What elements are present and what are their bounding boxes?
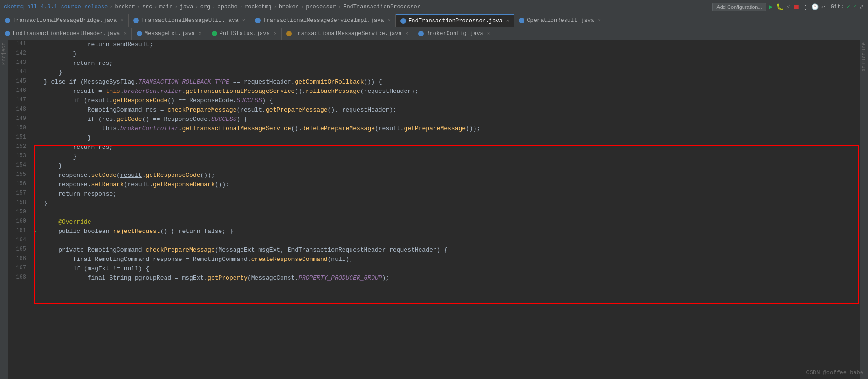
- code-line: return sendResult;: [42, 40, 860, 49]
- tab-close-2[interactable]: ×: [242, 18, 246, 23]
- gutter: ▶: [32, 227, 42, 236]
- tab-label-9: TransactionalMessageService.java: [294, 30, 401, 37]
- table-row: 143 return res;: [8, 59, 860, 68]
- code-table: 141 return sendResult; 142 } 143 re: [8, 40, 860, 283]
- gutter: [32, 218, 42, 227]
- top-bar: cketmq-all-4.9.1-source-release › broker…: [0, 0, 868, 14]
- code-line: final String pgroupRead = msgExt.getProp…: [42, 274, 860, 283]
- code-line: }: [42, 161, 860, 171]
- tab-pull-status[interactable]: PullStatus.java ×: [207, 28, 282, 40]
- clock-icon[interactable]: 🕐: [811, 3, 819, 11]
- gutter: [32, 236, 42, 246]
- breadcrumb-rocketmq: rocketmq: [245, 4, 272, 10]
- tab-transactional-message-bridge[interactable]: TransactionalMessageBridge.java ×: [0, 14, 129, 27]
- code-line: return res;: [42, 143, 860, 152]
- code-line: }: [42, 68, 860, 77]
- gutter: [32, 199, 42, 208]
- breadcrumb-broker2: broker: [279, 4, 299, 10]
- gutter: [32, 105, 42, 115]
- table-row: 142 }: [8, 49, 860, 59]
- stop-icon[interactable]: ⏹: [793, 3, 799, 11]
- tab-end-transaction-request-header[interactable]: EndTransactionRequestHeader.java ×: [0, 28, 132, 40]
- breadcrumb-java: java: [180, 4, 193, 10]
- tab-close-9[interactable]: ×: [406, 31, 409, 36]
- table-row: 155 response.setCode(result.getResponseC…: [8, 171, 860, 180]
- java-icon-7: [137, 31, 142, 36]
- tab-operation-result[interactable]: OperationResult.java ×: [514, 14, 606, 27]
- table-row: 154 }: [8, 161, 860, 171]
- table-row: 149 if (res.getCode() == ResponseCode.SU…: [8, 115, 860, 124]
- gutter: [32, 255, 42, 264]
- line-number: 153: [8, 152, 32, 161]
- tab-transactional-message-util[interactable]: TransactionalMessageUtil.java ×: [129, 14, 250, 27]
- breadcrumb-src: src: [142, 4, 152, 10]
- table-row: 161 ▶ public boolean rejectRequest() { r…: [8, 227, 860, 236]
- run-gutter-icon[interactable]: ▶: [32, 228, 38, 235]
- line-number: 150: [8, 124, 32, 133]
- tab-close-7[interactable]: ×: [199, 31, 202, 36]
- undo-icon[interactable]: ↩: [821, 3, 825, 11]
- tab-transactional-message-service[interactable]: TransactionalMessageService.java ×: [282, 28, 413, 40]
- tab-close-1[interactable]: ×: [120, 18, 124, 23]
- table-row: 158 }: [8, 199, 860, 208]
- tab-label-1: TransactionalMessageBridge.java: [13, 17, 117, 24]
- gutter: [32, 124, 42, 133]
- tab-broker-config[interactable]: BrokerConfig.java ×: [413, 28, 495, 40]
- line-number: 166: [8, 255, 32, 264]
- code-line: @Override: [42, 218, 860, 227]
- breadcrumb: cketmq-all-4.9.1-source-release › broker…: [4, 4, 712, 10]
- code-line: }: [42, 133, 860, 143]
- table-row: 160 @Override: [8, 218, 860, 227]
- tab-close-6[interactable]: ×: [124, 31, 127, 36]
- line-number: 159: [8, 208, 32, 218]
- tab-label-5: OperationResult.java: [527, 17, 594, 24]
- main-layout: Project 141 return sendResult;: [0, 40, 868, 379]
- gutter: [32, 161, 42, 171]
- code-editor[interactable]: 141 return sendResult; 142 } 143 re: [8, 40, 860, 379]
- tab-close-5[interactable]: ×: [598, 18, 601, 23]
- table-row: 165 private RemotingCommand checkPrepare…: [8, 246, 860, 255]
- sep8: ›: [274, 4, 277, 10]
- tab-close-3[interactable]: ×: [388, 18, 391, 23]
- java-icon-2: [133, 18, 139, 23]
- run-icon[interactable]: ▶: [769, 3, 773, 11]
- line-number: 147: [8, 96, 32, 105]
- code-line: RemotingCommand res = checkPrepareMessag…: [42, 105, 860, 115]
- table-row: 157 return response;: [8, 190, 860, 199]
- java-icon-5: [519, 18, 524, 23]
- java-icon-1: [5, 18, 10, 23]
- more-run-icon[interactable]: ⋮: [802, 3, 808, 11]
- coverage-icon[interactable]: ⚡: [786, 3, 790, 11]
- tab-label-2: TransactionalMessageUtil.java: [141, 17, 239, 24]
- line-number: 157: [8, 190, 32, 199]
- line-number: 146: [8, 87, 32, 96]
- java-icon-10: [418, 31, 424, 36]
- tab-close-10[interactable]: ×: [487, 31, 490, 36]
- tab-label-8: PullStatus.java: [220, 30, 270, 37]
- table-row: 146 result = this.brokerController.getTr…: [8, 87, 860, 96]
- git-check2: ✓: [853, 3, 856, 10]
- tab-close-4[interactable]: ×: [506, 18, 510, 24]
- fullscreen-icon[interactable]: ⤢: [859, 3, 864, 11]
- tab-end-transaction-processor[interactable]: EndTransactionProcessor.java ×: [396, 14, 514, 27]
- tab-label-3: TransactionalMessageServiceImpl.java: [263, 17, 384, 24]
- tab-bar-2: EndTransactionRequestHeader.java × Messa…: [0, 27, 868, 40]
- line-number: 155: [8, 171, 32, 180]
- gutter: [32, 246, 42, 255]
- code-line: }: [42, 49, 860, 59]
- line-number: 161: [8, 227, 32, 236]
- tab-message-ext[interactable]: MessageExt.java ×: [132, 28, 207, 40]
- add-configuration-button[interactable]: Add Configuration...: [712, 3, 766, 11]
- java-icon-3: [255, 18, 261, 23]
- gutter: [32, 87, 42, 96]
- debug-icon[interactable]: 🐛: [776, 3, 784, 11]
- table-row: 152 return res;: [8, 143, 860, 152]
- line-number: 167: [8, 264, 32, 274]
- tab-transactional-message-service-impl[interactable]: TransactionalMessageServiceImpl.java ×: [250, 14, 396, 27]
- gutter: [32, 264, 42, 274]
- sep10: ›: [338, 4, 341, 10]
- side-panel-project: Project: [0, 40, 8, 379]
- tab-close-8[interactable]: ×: [274, 31, 277, 36]
- java-icon-9: [286, 31, 292, 36]
- table-row: 150 this.brokerController.getTransaction…: [8, 124, 860, 133]
